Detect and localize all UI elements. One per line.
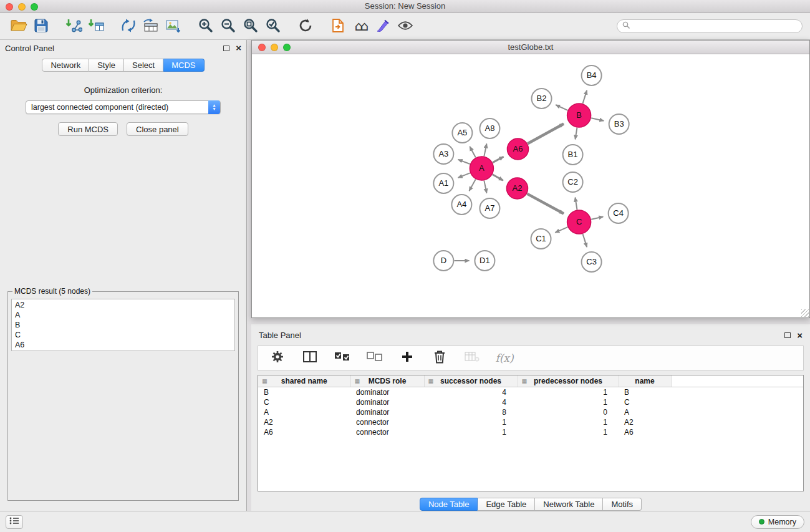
node-A4[interactable]: A4 <box>451 195 471 215</box>
first-neighbors-button[interactable] <box>327 16 349 37</box>
table-cell[interactable]: 1 <box>424 417 518 427</box>
new-network-button[interactable] <box>117 16 140 37</box>
float-panel-icon[interactable] <box>223 46 229 51</box>
tab-style[interactable]: Style <box>89 59 124 72</box>
result-item[interactable]: B <box>15 320 231 330</box>
col-shared-name[interactable]: ▦shared name <box>258 375 350 387</box>
node-B4[interactable]: B4 <box>582 65 602 85</box>
node-C3[interactable]: C3 <box>582 252 602 272</box>
edge-C-C2[interactable] <box>575 198 577 210</box>
table-cell[interactable]: A <box>258 407 350 417</box>
task-history-button[interactable] <box>6 515 23 529</box>
node-C1[interactable]: C1 <box>531 229 551 249</box>
tab-motifs[interactable]: Motifs <box>603 498 642 511</box>
tab-edge-table[interactable]: Edge Table <box>478 498 535 511</box>
edge-A-A6[interactable] <box>493 157 503 162</box>
resize-grip-icon[interactable] <box>801 309 809 317</box>
result-item[interactable]: C <box>15 330 231 340</box>
table-cell[interactable]: C <box>619 397 671 407</box>
tab-network[interactable]: Network <box>42 59 89 72</box>
graphics-details-button[interactable] <box>372 16 394 37</box>
table-cell[interactable]: C <box>258 397 350 407</box>
table-cell[interactable]: A6 <box>258 427 350 437</box>
table-row[interactable]: A6connector11A6 <box>258 427 803 437</box>
node-A2[interactable]: A2 <box>506 178 528 199</box>
tab-mcds[interactable]: MCDS <box>163 59 204 72</box>
delete-column-button[interactable] <box>430 347 449 369</box>
table-cell[interactable]: dominator <box>350 387 424 397</box>
edge-A-A3[interactable] <box>458 160 470 164</box>
node-A1[interactable]: A1 <box>433 173 453 193</box>
close-window-button[interactable] <box>6 3 13 11</box>
table-cell[interactable]: 1 <box>518 417 619 427</box>
search-field[interactable] <box>617 19 803 33</box>
node-A7[interactable]: A7 <box>480 198 499 218</box>
network-minimize-button[interactable] <box>271 44 278 51</box>
zoom-selected-button[interactable] <box>262 16 284 37</box>
table-cell[interactable]: A2 <box>258 417 350 427</box>
tab-node-table[interactable]: Node Table <box>420 498 478 511</box>
table-cell[interactable]: A2 <box>619 417 671 427</box>
select-all-button[interactable] <box>333 347 352 369</box>
table-cell[interactable]: 0 <box>518 407 619 417</box>
col-mcds-role[interactable]: ▦MCDS role <box>350 375 424 387</box>
save-session-button[interactable] <box>30 16 52 37</box>
table-cell[interactable]: dominator <box>350 397 424 407</box>
run-mcds-button[interactable]: Run MCDS <box>58 122 118 136</box>
edge-A-A4[interactable] <box>469 180 475 191</box>
table-cell[interactable]: 1 <box>424 427 518 437</box>
refresh-layout-button[interactable] <box>294 16 317 37</box>
table-cell[interactable]: 4 <box>424 397 518 407</box>
zoom-window-button[interactable] <box>31 3 38 11</box>
node-B3[interactable]: B3 <box>609 114 629 134</box>
edge-A-A5[interactable] <box>470 147 476 157</box>
node-D[interactable]: D <box>433 251 453 271</box>
table-cell[interactable]: B <box>258 387 350 397</box>
edge-B-B1[interactable] <box>575 128 577 140</box>
col-successor-nodes[interactable]: ▦successor nodes <box>424 375 518 387</box>
edge-A-A7[interactable] <box>484 181 486 193</box>
new-table-button[interactable] <box>140 16 162 37</box>
float-table-panel-icon[interactable] <box>784 332 791 338</box>
network-canvas[interactable]: B4B2BB3A8A5A6A3B1AC2A1A2A4A7C4CC1DD1C3 <box>252 54 809 317</box>
app-titlebar[interactable]: Session: New Session <box>0 0 810 13</box>
edge-A-A1[interactable] <box>458 173 470 178</box>
deselect-all-button[interactable] <box>365 347 384 369</box>
node-A3[interactable]: A3 <box>433 144 453 164</box>
table-cell[interactable]: B <box>619 387 671 397</box>
node-A[interactable]: A <box>470 157 493 180</box>
search-input[interactable] <box>634 22 797 31</box>
edge-C-C4[interactable] <box>591 216 603 219</box>
table-cell[interactable]: 4 <box>424 387 518 397</box>
node-B[interactable]: B <box>567 104 591 127</box>
network-window-titlebar[interactable]: testGlobe.txt <box>252 41 809 54</box>
edge-A2-C[interactable] <box>527 194 564 214</box>
export-image-button[interactable] <box>162 16 185 37</box>
add-column-button[interactable] <box>398 347 417 369</box>
zoom-fit-button[interactable] <box>239 16 262 37</box>
zoom-in-button[interactable] <box>195 16 217 37</box>
edge-B-B4[interactable] <box>583 90 587 104</box>
criterion-dropdown[interactable]: largest connected component (directed) ▲… <box>26 100 221 114</box>
home-view-button[interactable]: ⌂⌂ <box>349 16 372 37</box>
import-network-button[interactable] <box>62 16 85 37</box>
result-item[interactable]: A2 <box>15 300 231 310</box>
network-close-button[interactable] <box>258 44 266 51</box>
table-cell[interactable]: connector <box>350 417 424 427</box>
node-C2[interactable]: C2 <box>563 172 583 192</box>
zoom-out-button[interactable] <box>217 16 239 37</box>
result-item[interactable]: A <box>15 310 231 320</box>
table-cell[interactable]: A6 <box>619 427 671 437</box>
node-C4[interactable]: C4 <box>609 203 629 223</box>
table-cell[interactable]: 1 <box>518 387 619 397</box>
table-cell[interactable]: 8 <box>424 407 518 417</box>
birdseye-view-button[interactable] <box>394 16 417 37</box>
column-visibility-button[interactable] <box>301 347 319 369</box>
table-row[interactable]: Bdominator41B <box>258 387 803 397</box>
table-cell[interactable]: 1 <box>518 427 619 437</box>
close-table-panel-icon[interactable]: × <box>797 332 803 339</box>
edge-B-B2[interactable] <box>556 105 567 110</box>
edge-C-C3[interactable] <box>583 234 587 247</box>
table-cell[interactable]: A <box>619 407 671 417</box>
minimize-window-button[interactable] <box>18 3 26 11</box>
